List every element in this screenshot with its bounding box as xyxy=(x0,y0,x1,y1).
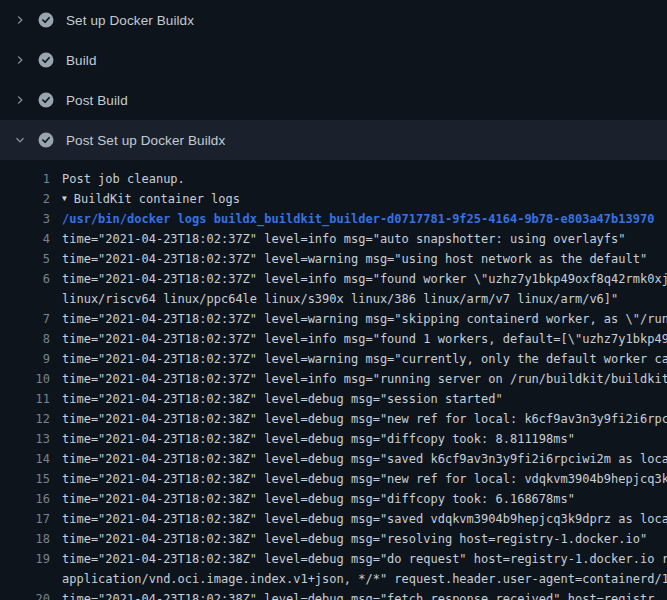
log-line: 3 /usr/bin/docker logs buildx_buildkit_b… xyxy=(0,209,667,229)
line-text: BuildKit container logs xyxy=(74,189,667,209)
line-number[interactable]: 16 xyxy=(0,489,52,509)
line-number[interactable]: 13 xyxy=(0,429,52,449)
log-line: 18 time="2021-04-23T18:02:38Z" level=deb… xyxy=(0,529,667,549)
log-line: 2 ▼ BuildKit container logs xyxy=(0,189,667,209)
line-text: time="2021-04-23T18:02:37Z" level=warnin… xyxy=(52,249,667,269)
line-text: time="2021-04-23T18:02:38Z" level=debug … xyxy=(52,429,667,449)
line-number[interactable]: 12 xyxy=(0,409,52,429)
log-line: 4 time="2021-04-23T18:02:37Z" level=info… xyxy=(0,229,667,249)
line-number[interactable]: 5 xyxy=(0,249,52,269)
line-number[interactable]: 9 xyxy=(0,349,52,369)
group-toggle-icon[interactable]: ▼ xyxy=(62,189,67,209)
line-text: time="2021-04-23T18:02:38Z" level=debug … xyxy=(52,389,667,409)
line-number[interactable]: 8 xyxy=(0,329,52,349)
log-line: linux/riscv64 linux/ppc64le linux/s390x … xyxy=(0,289,667,309)
log-line: 1 Post job cleanup. xyxy=(0,169,667,189)
step-row-build[interactable]: Build xyxy=(0,40,667,80)
steps-list: Set up Docker Buildx Build Post Build xyxy=(0,0,667,160)
line-text: time="2021-04-23T18:02:37Z" level=info m… xyxy=(52,269,667,289)
line-text: time="2021-04-23T18:02:38Z" level=debug … xyxy=(52,409,667,429)
line-text: time="2021-04-23T18:02:38Z" level=debug … xyxy=(52,489,667,509)
line-number[interactable]: 14 xyxy=(0,449,52,469)
log-line: 12 time="2021-04-23T18:02:38Z" level=deb… xyxy=(0,409,667,429)
log-line: 5 time="2021-04-23T18:02:37Z" level=warn… xyxy=(0,249,667,269)
line-text: time="2021-04-23T18:02:37Z" level=info m… xyxy=(52,329,667,349)
step-label: Build xyxy=(66,53,97,68)
chevron-down-icon xyxy=(12,132,28,148)
log-lines: 1 Post job cleanup. 2 ▼ BuildKit contain… xyxy=(0,169,667,600)
line-number[interactable]: 19 xyxy=(0,549,52,569)
line-text: time="2021-04-23T18:02:37Z" level=info m… xyxy=(52,229,667,249)
line-number[interactable]: 7 xyxy=(0,309,52,329)
line-number[interactable]: 2 xyxy=(0,189,52,209)
log-line: 11 time="2021-04-23T18:02:38Z" level=deb… xyxy=(0,389,667,409)
line-number[interactable]: 15 xyxy=(0,469,52,489)
log-line: 16 time="2021-04-23T18:02:38Z" level=deb… xyxy=(0,489,667,509)
step-label: Set up Docker Buildx xyxy=(66,13,194,28)
chevron-right-icon xyxy=(12,52,28,68)
log-area: 1 Post job cleanup. 2 ▼ BuildKit contain… xyxy=(0,160,667,600)
step-row-post-build[interactable]: Post Build xyxy=(0,80,667,120)
line-text: time="2021-04-23T18:02:37Z" level=info m… xyxy=(52,369,667,389)
line-number[interactable]: 20 xyxy=(0,589,52,600)
line-text: linux/riscv64 linux/ppc64le linux/s390x … xyxy=(52,289,667,309)
line-text: /usr/bin/docker logs buildx_buildkit_bui… xyxy=(52,209,667,229)
line-text: time="2021-04-23T18:02:38Z" level=debug … xyxy=(52,549,667,569)
line-text: time="2021-04-23T18:02:37Z" level=warnin… xyxy=(52,349,667,369)
line-number[interactable]: 1 xyxy=(0,169,52,189)
log-line: 13 time="2021-04-23T18:02:38Z" level=deb… xyxy=(0,429,667,449)
line-text: time="2021-04-23T18:02:38Z" level=debug … xyxy=(52,449,667,469)
log-line: 17 time="2021-04-23T18:02:38Z" level=deb… xyxy=(0,509,667,529)
line-text: Post job cleanup. xyxy=(52,169,667,189)
log-line: 7 time="2021-04-23T18:02:37Z" level=warn… xyxy=(0,309,667,329)
log-line: 19 time="2021-04-23T18:02:38Z" level=deb… xyxy=(0,549,667,569)
line-text: time="2021-04-23T18:02:37Z" level=warnin… xyxy=(52,309,667,329)
line-number[interactable]: 17 xyxy=(0,509,52,529)
line-text: time="2021-04-23T18:02:38Z" level=debug … xyxy=(52,529,667,549)
line-number[interactable]: 3 xyxy=(0,209,52,229)
step-row-setup-docker-buildx[interactable]: Set up Docker Buildx xyxy=(0,0,667,40)
line-text: time="2021-04-23T18:02:38Z" level=debug … xyxy=(52,589,667,600)
log-line: 14 time="2021-04-23T18:02:38Z" level=deb… xyxy=(0,449,667,469)
log-line: 20 time="2021-04-23T18:02:38Z" level=deb… xyxy=(0,589,667,600)
line-text: time="2021-04-23T18:02:38Z" level=debug … xyxy=(52,469,667,489)
log-line: 10 time="2021-04-23T18:02:37Z" level=inf… xyxy=(0,369,667,389)
line-number[interactable]: 18 xyxy=(0,529,52,549)
line-number[interactable]: 4 xyxy=(0,229,52,249)
step-row-post-setup-docker-buildx[interactable]: Post Set up Docker Buildx xyxy=(0,120,667,160)
line-number[interactable] xyxy=(0,289,52,309)
line-number[interactable]: 10 xyxy=(0,369,52,389)
line-text: application/vnd.oci.image.index.v1+json,… xyxy=(52,569,667,589)
log-line: 9 time="2021-04-23T18:02:37Z" level=warn… xyxy=(0,349,667,369)
check-circle-icon xyxy=(38,52,54,68)
actions-log-viewer: Set up Docker Buildx Build Post Build xyxy=(0,0,667,600)
step-label: Post Build xyxy=(66,93,128,108)
check-circle-icon xyxy=(38,92,54,108)
line-number[interactable]: 11 xyxy=(0,389,52,409)
log-line: 15 time="2021-04-23T18:02:38Z" level=deb… xyxy=(0,469,667,489)
log-line: application/vnd.oci.image.index.v1+json,… xyxy=(0,569,667,589)
line-number[interactable] xyxy=(0,569,52,589)
step-label: Post Set up Docker Buildx xyxy=(66,133,225,148)
log-line: 8 time="2021-04-23T18:02:37Z" level=info… xyxy=(0,329,667,349)
line-number[interactable]: 6 xyxy=(0,269,52,289)
check-circle-icon xyxy=(38,132,54,148)
line-text: time="2021-04-23T18:02:38Z" level=debug … xyxy=(52,509,667,529)
chevron-right-icon xyxy=(12,12,28,28)
check-circle-icon xyxy=(38,12,54,28)
log-line: 6 time="2021-04-23T18:02:37Z" level=info… xyxy=(0,269,667,289)
chevron-right-icon xyxy=(12,92,28,108)
